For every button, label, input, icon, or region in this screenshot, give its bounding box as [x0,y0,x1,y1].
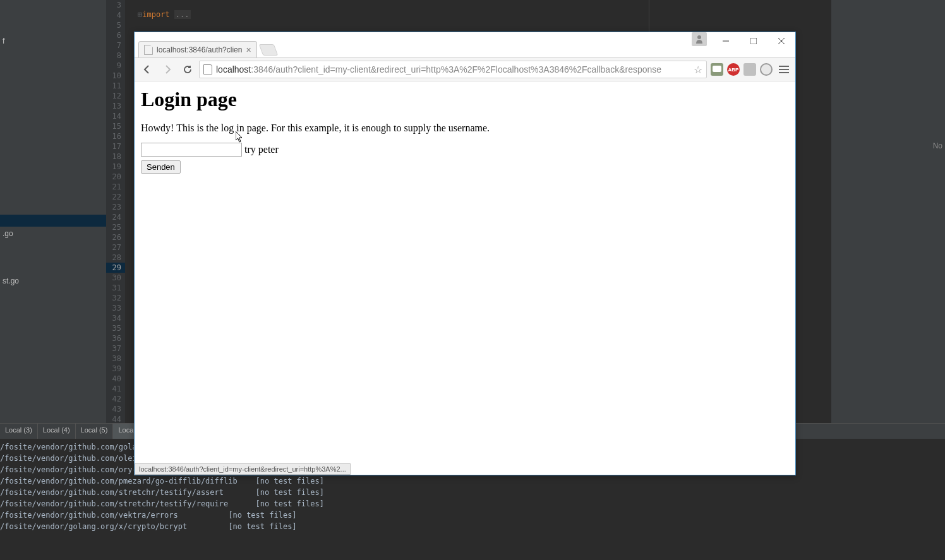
reload-button[interactable] [179,61,196,78]
minimize-button[interactable] [712,32,740,50]
hamburger-menu-icon[interactable] [776,66,792,73]
tree-item-selected[interactable] [0,215,106,227]
url-text: localhost:3846/auth?client_id=my-client&… [216,64,661,74]
browser-titlebar[interactable] [135,32,795,40]
browser-toolbar: localhost:3846/auth?client_id=my-client&… [135,57,795,81]
bottom-tab[interactable]: Local (4) [38,424,76,439]
submit-button[interactable]: Senden [141,160,181,174]
ide-project-tree: f .go st.go [0,0,106,423]
tab-title: localhost:3846/auth?clien [157,45,242,54]
back-button[interactable] [138,61,156,78]
forward-button [159,61,176,78]
extension-icon[interactable] [711,63,723,76]
close-tab-icon[interactable]: × [246,45,251,55]
file-icon [144,45,153,55]
ide-right-panel: No [831,0,945,423]
browser-tab[interactable]: localhost:3846/auth?clien × [138,41,257,57]
page-title: Login page [141,88,789,111]
tree-item[interactable]: f [0,35,106,47]
close-button[interactable] [767,32,795,50]
svg-rect-2 [750,38,757,44]
keyword-import: import [142,10,169,19]
new-tab-button[interactable] [258,44,278,56]
fold-marker[interactable]: ... [174,10,191,19]
maximize-button[interactable] [740,32,767,50]
extension-icons: ABP [709,63,774,76]
hint-text: try peter [244,144,279,155]
profile-icon[interactable] [692,32,707,46]
page-content: Login page Howdy! This is the log in pag… [135,81,795,475]
username-input[interactable] [141,143,242,157]
address-bar[interactable]: localhost:3846/auth?client_id=my-client&… [199,61,707,78]
intro-text: Howdy! This is the log in page. For this… [141,122,789,134]
bottom-tab[interactable]: Local (3) [0,424,38,439]
bottom-tab[interactable]: Local (5) [76,424,114,439]
extension-icon[interactable] [760,63,773,76]
browser-window: localhost:3846/auth?clien × localhost:38… [134,32,796,475]
extension-icon[interactable] [743,63,756,76]
svg-point-0 [697,35,701,39]
status-bar-tooltip: localhost:3846/auth?client_id=my-client&… [135,463,351,475]
right-panel-text: No [933,141,942,150]
bookmark-star-icon[interactable]: ☆ [694,64,702,76]
tree-item[interactable]: .go [0,228,106,240]
ide-line-gutter: 3456789101112131415161718192021222324252… [106,0,125,423]
adblock-icon[interactable]: ABP [727,63,740,76]
file-icon [203,64,212,74]
tree-item[interactable]: st.go [0,275,106,287]
